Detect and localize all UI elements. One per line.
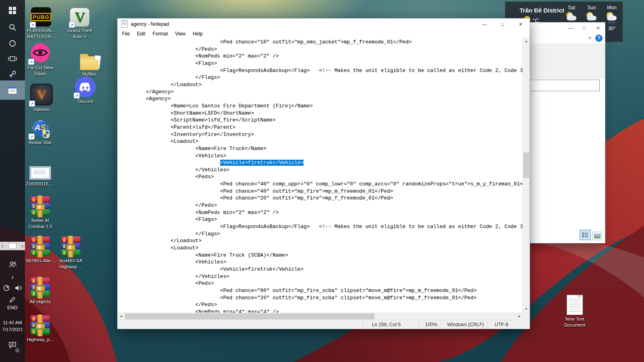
day-label: Mon [607,5,616,10]
icon-label: bcd483-SA [60,258,83,264]
icon-label: Avatar Star [29,140,52,146]
desktop-icon-gtav[interactable]: V↗Grand TheftAuto V [61,8,98,40]
icon-label: 0b7851-Alie... [26,258,55,264]
strip-right-icon[interactable]: › [22,243,23,249]
search-button[interactable] [0,19,25,35]
minimize-button[interactable]: — [475,19,493,30]
icon-label: Auto V [73,34,87,40]
notifications-button[interactable]: 1 [0,338,25,352]
icon-label: Highway ... [60,264,83,270]
desktop-icon-myfiles[interactable]: Myfiles [71,52,108,77]
code-line: <ScriptName>lsfd_fire</ScriptName> [121,117,523,124]
view-toggle [580,230,602,240]
desktop-icon-newtextdoc[interactable]: New TextDocument [556,295,593,328]
people-icon [8,261,17,268]
day-temp: 30° [608,26,615,31]
chevron-icon: › [11,274,13,280]
collapse-icon[interactable]: ^ [588,35,591,41]
maximize-button[interactable]: □ [493,19,512,30]
vertical-scroll-thumb[interactable] [523,152,529,178]
menu-edit[interactable]: Edit [133,31,149,37]
winrar-archive-icon [31,196,50,216]
scroll-down-icon[interactable]: ▼ [523,306,530,313]
desktop-icon-highwayp[interactable]: Highway_p... [22,315,59,343]
desktop-icon-pubg[interactable]: PUBG↗PLAYERUN...BATTLEGR... [23,7,60,40]
code-line: </Agency> [121,88,523,96]
close-button[interactable]: ✕ [591,23,605,34]
icon-label: PLAYERUN... [27,28,56,34]
scrollbar-corner [523,313,530,320]
shortcut-arrow-icon: ↗ [28,59,34,65]
status-bar: Ln 258, Col 5 100% Windows (CRLF) UTF-8 [118,320,530,329]
thumbnail-view-button[interactable] [592,232,602,240]
menu-help[interactable]: Help [189,31,206,37]
desktop-icon-betterai[interactable]: Better AICombat 1.0 [22,196,59,230]
desktop-icon-farcry[interactable]: ↗Far Cry NewDawn [22,42,59,77]
minimize-button[interactable]: — [564,23,578,34]
maximize-button[interactable]: □ [578,23,591,34]
desktop-icon-avatarstar[interactable]: AS↗Avatar Star [22,118,59,146]
active-app-button[interactable] [0,80,25,100]
hidden-icons-button[interactable]: › [0,272,25,282]
code-line: <NumPeds min="2" max="2" /> [121,53,523,60]
scroll-left-icon[interactable]: ◄ [118,313,124,320]
cortana-button[interactable] [0,35,25,51]
horizontal-scroll-thumb[interactable] [125,313,374,319]
help-icon[interactable]: ? [595,35,603,42]
notepad-icon [121,21,128,28]
code-line: <NumPeds min="4" max="4" /> [121,309,523,313]
active-app-icon [8,86,17,94]
strip-left-icon[interactable]: ‹ [2,243,3,249]
text-field[interactable] [526,80,600,91]
desktop-icon-img218[interactable]: 218393116_... [22,166,59,187]
language-indicator[interactable]: ENG [0,305,25,311]
sun-rain-cloud-icon [605,12,619,25]
horizontal-scroll-track[interactable] [124,313,516,320]
icon-label: Discord [78,99,93,105]
weather-location: Trần Đề District [520,7,564,14]
clock-date[interactable]: 7/17/2021 [0,327,25,332]
menu-format[interactable]: Format [149,31,171,37]
menu-file[interactable]: File [118,31,133,37]
title-bar[interactable]: agency - Notepad — □ ✕ [118,19,530,30]
icon-label: All objects [30,299,51,305]
menu-bar: FileEditFormatViewHelp [118,30,530,38]
action-center-icon [8,341,17,348]
desktop-icon-allobjects[interactable]: All objects [22,278,59,305]
details-view-button[interactable] [580,230,591,240]
menu-view[interactable]: View [171,31,189,37]
people-button[interactable] [0,259,25,271]
selected-text[interactable]: <Vehicle>firetruk</Vehicle> [220,160,303,166]
icon-label: Grand Theft [67,28,92,34]
code-line: </Peds> [121,46,523,53]
code-line: <Ped chance="80" outfit="mp_fire_scba" c… [121,287,523,294]
vertical-scrollbar[interactable]: ▲ ▼ [522,38,530,313]
desktop-icon-discord[interactable]: ↗Discord [67,76,104,105]
close-button[interactable]: ✕ [512,19,530,30]
clock-time[interactable]: 11:42 AM [0,320,25,325]
horizontal-scrollbar[interactable]: ◄ ► [118,313,530,320]
tray-app-icon [3,284,10,292]
steam-button[interactable] [0,66,25,82]
code-line: <Name>Fire Truck</Name> [121,145,523,152]
volume-button[interactable] [12,282,25,294]
code-line: <Peds> [121,280,523,287]
desktop-icon-rarbcd[interactable]: bcd483-SAHighway ... [52,237,89,270]
pen-button[interactable] [0,294,25,305]
window-title: agency - Notepad [131,21,169,27]
desktop-icon-valheim[interactable]: V↗Valheim [23,84,60,113]
scroll-right-icon[interactable]: ► [516,313,523,320]
code-line: <Loadout> [121,245,523,252]
strip-box[interactable] [8,243,17,249]
cursor-position: Ln 258, Col 5 [363,320,419,329]
scroll-up-icon[interactable]: ▲ [523,38,530,45]
icon-label: BATTLEGR... [27,34,55,40]
task-view-button[interactable] [0,51,25,67]
icon-label: New Text [565,316,584,322]
day-label: Sun [587,5,596,10]
tray-app-button[interactable] [0,282,12,294]
code-line: <Peds> [121,173,523,181]
code-line: <Name>Fire Truck (SCBA)</Name> [121,252,523,259]
text-area[interactable]: <Ped chance="10" outfit="mp_ems_jacket">… [118,38,523,313]
start-button[interactable] [0,2,25,19]
